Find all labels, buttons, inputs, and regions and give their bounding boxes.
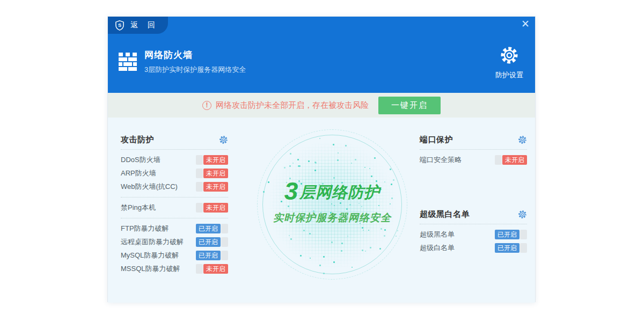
page-header: 网络防火墙 3层防护实时保护服务器网络安全 防护设置 (108, 34, 535, 93)
status-badge: 未开启 (203, 203, 228, 213)
protection-toggle[interactable]: 已开启 (196, 237, 228, 247)
alert-message: 网络攻击防护未全部开启，存在被攻击风险 (216, 100, 369, 111)
toggle-track (495, 155, 502, 165)
section-title: 端口保护 (420, 135, 453, 145)
protection-row: FTP防暴力破解已开启 (121, 222, 228, 235)
divider (420, 149, 527, 150)
toggle-track (221, 224, 228, 233)
toggle-track (196, 264, 203, 274)
attack-list-2: 禁Ping本机未开启 (121, 201, 228, 214)
enable-all-button[interactable]: 一键开启 (378, 97, 441, 114)
protection-toggle[interactable]: 已开启 (495, 230, 527, 239)
protection-label: 禁Ping本机 (121, 203, 156, 213)
protection-row: 超级黑名单已开启 (420, 228, 527, 241)
page-subtitle: 3层防护实时保护服务器网络安全 (144, 65, 246, 75)
protection-row: DDoS防火墙未开启 (121, 153, 228, 166)
status-badge: 已开启 (196, 224, 221, 233)
globe-graphic: 3层网络防护 实时保护服务器网络安全 (257, 129, 407, 280)
headline-number: 3 (284, 177, 299, 205)
protection-label: DDoS防火墙 (121, 155, 160, 165)
globe-headline: 3层网络防护 (257, 177, 407, 206)
section-title: 攻击防护 (121, 135, 154, 145)
section-header: 超级黑白名单 (420, 208, 527, 220)
gear-icon[interactable] (518, 135, 527, 144)
protection-row: 端口安全策略未开启 (420, 153, 527, 166)
toggle-track (520, 230, 527, 239)
protection-settings-button[interactable]: 防护设置 (495, 46, 523, 80)
status-badge: 已开启 (196, 237, 221, 247)
toggle-track (196, 203, 203, 213)
protection-label: MSSQL防暴力破解 (121, 264, 180, 274)
protection-toggle[interactable]: 未开启 (196, 264, 228, 274)
protection-row: 禁Ping本机未开启 (121, 201, 228, 214)
toggle-track (221, 251, 228, 260)
status-badge: 未开启 (502, 155, 527, 165)
protection-toggle[interactable]: 未开启 (495, 155, 527, 165)
protection-label: ARP防火墙 (121, 169, 156, 178)
divider (420, 224, 527, 224)
app-window: S 返 回 ✕ (107, 16, 536, 302)
attack-list-1: DDoS防火墙未开启ARP防火墙未开启Web防火墙(抗CC)未开启 (121, 153, 228, 193)
alert-banner: ! 网络攻击防护未全部开启，存在被攻击风险 一键开启 (108, 93, 535, 118)
protection-label: FTP防暴力破解 (121, 224, 169, 233)
page-title: 网络防火墙 (144, 49, 246, 61)
svg-text:S: S (118, 23, 121, 28)
protection-toggle[interactable]: 已开启 (196, 224, 228, 233)
protection-label: 超级白名单 (420, 243, 455, 253)
blackwhite-section: 超级黑白名单 超级黑名单已开启超级白名单已开启 (420, 208, 527, 254)
divider (121, 149, 228, 150)
protection-toggle[interactable]: 已开启 (495, 243, 527, 253)
status-badge: 未开启 (203, 264, 228, 274)
status-badge: 已开启 (495, 230, 519, 239)
header-main: 网络防火墙 3层防护实时保护服务器网络安全 (116, 49, 246, 75)
protection-toggle[interactable]: 未开启 (196, 155, 228, 165)
toggle-track (196, 155, 203, 165)
header-titles: 网络防火墙 3层防护实时保护服务器网络安全 (144, 49, 246, 75)
protection-label: 远程桌面防暴力破解 (121, 237, 184, 247)
protection-row: MySQL防暴力破解已开启 (121, 248, 228, 262)
protection-label: Web防火墙(抗CC) (121, 182, 178, 192)
status-badge: 未开启 (203, 169, 228, 178)
protection-label: 端口安全策略 (420, 155, 462, 165)
attack-list-3: FTP防暴力破解已开启远程桌面防暴力破解已开启MySQL防暴力破解已开启MSSQ… (121, 222, 228, 275)
back-label: 返 回 (130, 20, 159, 30)
section-header: 攻击防护 (121, 134, 228, 145)
status-badge: 已开启 (196, 251, 221, 260)
protection-toggle[interactable]: 未开启 (196, 182, 228, 192)
toggle-track (196, 182, 203, 192)
globe-caption: 3层网络防护 实时保护服务器网络安全 (257, 177, 407, 225)
protection-toggle[interactable]: 未开启 (196, 169, 228, 178)
port-protection-section: 端口保护 端口安全策略未开启 (420, 134, 527, 166)
toggle-track (196, 169, 203, 178)
toggle-track (520, 243, 527, 253)
shield-logo-icon: S (114, 20, 125, 31)
headline-text: 层网络防护 (299, 184, 380, 201)
back-button[interactable]: S 返 回 (108, 17, 168, 34)
protection-toggle[interactable]: 未开启 (196, 203, 228, 213)
status-badge: 未开启 (203, 182, 228, 192)
right-column: 端口保护 端口安全策略未开启 超级黑白名单 (420, 134, 527, 254)
title-bar: S 返 回 ✕ (108, 17, 535, 34)
protection-row: MSSQL防暴力破解未开启 (121, 262, 228, 275)
main-content: 3层网络防护 实时保护服务器网络安全 攻击防护 DDoS防火墙未开启ARP防火墙… (108, 118, 535, 303)
port-list: 端口安全策略未开启 (420, 153, 527, 166)
protection-toggle[interactable]: 已开启 (196, 251, 228, 260)
protection-row: Web防火墙(抗CC)未开启 (121, 180, 228, 193)
attack-protection-section: 攻击防护 DDoS防火墙未开启ARP防火墙未开启Web防火墙(抗CC)未开启 禁… (121, 134, 228, 275)
gear-icon (500, 46, 519, 65)
close-icon[interactable]: ✕ (521, 18, 530, 30)
settings-label: 防护设置 (495, 70, 523, 80)
status-badge: 未开启 (203, 155, 228, 165)
protection-row: 超级白名单已开启 (420, 241, 527, 254)
divider (121, 197, 228, 197)
gear-icon[interactable] (219, 135, 228, 144)
section-header: 端口保护 (420, 134, 527, 145)
protection-row: 远程桌面防暴力破解已开启 (121, 235, 228, 248)
protection-row: ARP防火墙未开启 (121, 166, 228, 180)
blackwhite-list: 超级黑名单已开启超级白名单已开启 (420, 228, 527, 254)
globe-subline: 实时保护服务器网络安全 (257, 211, 407, 225)
toggle-track (221, 237, 228, 247)
gear-icon[interactable] (518, 210, 527, 219)
warning-icon: ! (202, 101, 211, 110)
section-title: 超级黑白名单 (420, 209, 470, 219)
